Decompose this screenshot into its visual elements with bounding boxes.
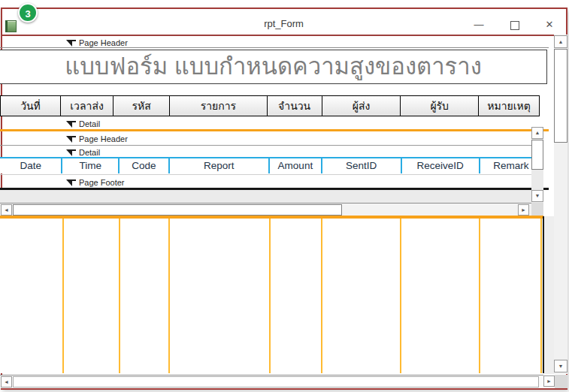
- column-grid-line[interactable]: [321, 219, 322, 373]
- detail-preview-area: [0, 219, 543, 373]
- close-icon: ✕: [546, 19, 554, 30]
- column-grid-line[interactable]: [269, 219, 271, 373]
- field-header-cell[interactable]: SentID: [322, 158, 402, 173]
- thai-header-cell[interactable]: หมายเหตุ: [479, 96, 539, 116]
- section-bar-page-footer[interactable]: Page Footer: [66, 177, 125, 188]
- section-label: Page Header: [79, 134, 128, 143]
- scroll-left-button[interactable]: ◄: [1, 204, 12, 216]
- section-label: Detail: [79, 148, 100, 157]
- annotation-badge: 3: [18, 3, 38, 23]
- scroll-up-button[interactable]: ▲: [531, 127, 543, 139]
- column-grid-line[interactable]: [400, 219, 401, 373]
- inner-vscroll-thumb[interactable]: [531, 140, 543, 170]
- section-divider-line: [0, 47, 549, 48]
- column-grid-line[interactable]: [479, 219, 480, 373]
- section-label: Detail: [79, 119, 100, 128]
- field-header-cell[interactable]: Code: [120, 158, 170, 173]
- maximize-icon: [510, 21, 519, 30]
- section-bar-detail-inner[interactable]: Detail: [66, 147, 100, 158]
- section-label: Page Header: [79, 38, 128, 47]
- section-bar-page-header-inner[interactable]: Page Header: [66, 134, 128, 144]
- section-arrow-icon: [66, 40, 76, 47]
- scroll-right-button[interactable]: ►: [518, 204, 529, 216]
- bottom-hscroll-thumb[interactable]: [13, 376, 539, 387]
- thai-header-cell[interactable]: จำนวน: [268, 96, 322, 116]
- thai-header-cell[interactable]: เวลาส่ง: [61, 96, 113, 116]
- outer-vscroll-thumb[interactable]: [554, 49, 567, 143]
- scroll-right-button[interactable]: ►: [543, 375, 555, 387]
- scroll-down-button[interactable]: ▼: [531, 190, 543, 202]
- scroll-up-button[interactable]: ▲: [554, 35, 567, 48]
- thai-header-cell[interactable]: วันที่: [1, 96, 61, 116]
- field-header-cell[interactable]: Time: [62, 158, 120, 173]
- titlebar-divider: [1, 35, 567, 36]
- field-header-cell[interactable]: Report: [170, 158, 270, 173]
- section-label: Page Footer: [79, 178, 125, 187]
- field-header-cell[interactable]: Date: [0, 158, 62, 173]
- scroll-down-button[interactable]: ▼: [554, 360, 567, 372]
- thai-header-cell[interactable]: ผู้รับ: [401, 96, 479, 116]
- close-button[interactable]: ✕: [537, 17, 562, 33]
- section-bar-page-header-top[interactable]: Page Header: [66, 38, 128, 48]
- maximize-button[interactable]: [502, 17, 528, 33]
- scroll-left-button[interactable]: ◄: [1, 376, 12, 387]
- section-bar-detail-top[interactable]: Detail: [66, 119, 100, 129]
- thai-header-cell[interactable]: ผู้ส่ง: [322, 96, 401, 116]
- section-arrow-icon: [66, 179, 76, 186]
- detail-section-orange-line: [0, 129, 549, 131]
- scrollbar-corner: [555, 375, 567, 388]
- field-header-cell[interactable]: Amount: [270, 158, 322, 173]
- report-title-label[interactable]: แบบฟอร์ม แบบกำหนดความสูงของตาราง: [0, 50, 547, 84]
- column-grid-line-right[interactable]: [540, 219, 542, 373]
- right-gray-margin: [544, 216, 554, 374]
- screenshot-stage: 3 rpt_Form — ✕ Page Header แบบฟอร์ม แบบก…: [0, 0, 569, 392]
- column-grid-line[interactable]: [62, 219, 64, 373]
- section-divider-line: [0, 145, 543, 146]
- thai-header-cell[interactable]: รายการ: [170, 96, 267, 116]
- inner-scrollbar-corner: [531, 203, 543, 216]
- section-arrow-icon: [66, 149, 76, 156]
- column-grid-line[interactable]: [119, 219, 120, 373]
- field-row-bottom-line: [0, 174, 543, 175]
- inner-hscroll-thumb[interactable]: [13, 204, 342, 216]
- section-arrow-icon: [66, 136, 76, 143]
- thai-header-row: วันที่ เวลาส่ง รหัส รายการ จำนวน ผู้ส่ง …: [0, 95, 540, 116]
- section-arrow-icon: [66, 121, 76, 128]
- minimize-icon: —: [474, 19, 484, 30]
- field-header-cell[interactable]: ReceiveID: [402, 158, 480, 173]
- minimize-button[interactable]: —: [466, 17, 492, 33]
- page-footer-empty-strip: [0, 190, 531, 203]
- field-header-row: Date Time Code Report Amount SentID Rece…: [0, 158, 542, 173]
- column-grid-line[interactable]: [168, 219, 170, 373]
- thai-header-cell[interactable]: รหัส: [113, 96, 170, 116]
